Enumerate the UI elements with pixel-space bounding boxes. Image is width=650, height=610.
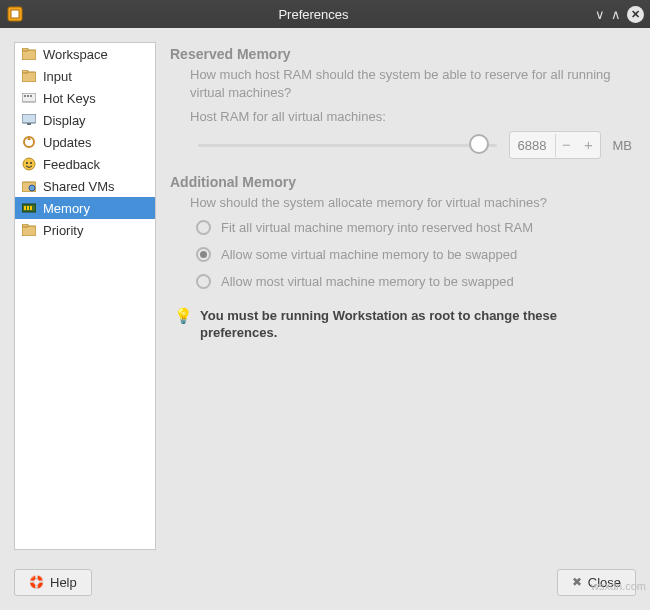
- svg-rect-19: [24, 206, 26, 210]
- svg-rect-6: [22, 93, 36, 102]
- svg-rect-1: [11, 10, 19, 18]
- svg-rect-11: [27, 123, 31, 125]
- additional-memory-desc: How should the system allocate memory fo…: [190, 194, 632, 212]
- radio-label: Allow most virtual machine memory to be …: [221, 274, 514, 289]
- radio-label: Fit all virtual machine memory into rese…: [221, 220, 533, 235]
- svg-point-13: [23, 158, 35, 170]
- svg-rect-3: [22, 48, 28, 51]
- help-button[interactable]: 🛟 Help: [14, 569, 92, 596]
- app-icon: [6, 5, 24, 23]
- slider-track-line: [198, 144, 497, 147]
- updates-icon: [21, 134, 37, 150]
- radio-allow-most-swap[interactable]: Allow most virtual machine memory to be …: [196, 274, 632, 289]
- host-ram-spinbox[interactable]: 6888 − +: [509, 131, 601, 159]
- help-button-label: Help: [50, 575, 77, 590]
- sidebar-item-label: Updates: [43, 135, 91, 150]
- svg-rect-8: [27, 95, 29, 97]
- svg-point-17: [29, 185, 35, 191]
- additional-memory-title: Additional Memory: [170, 174, 632, 190]
- sidebar-item-label: Feedback: [43, 157, 100, 172]
- monitor-icon: [21, 112, 37, 128]
- sidebar-item-memory[interactable]: Memory: [15, 197, 155, 219]
- radio-icon: [196, 220, 211, 235]
- folder-icon: [21, 68, 37, 84]
- feedback-icon: [21, 156, 37, 172]
- svg-rect-21: [30, 206, 32, 210]
- radio-icon: [196, 274, 211, 289]
- svg-rect-9: [30, 95, 32, 97]
- host-ram-row: 6888 − + MB: [198, 130, 632, 160]
- spin-up-button[interactable]: +: [578, 136, 600, 154]
- reserved-memory-title: Reserved Memory: [170, 46, 632, 62]
- sidebar-item-feedback[interactable]: Feedback: [15, 153, 155, 175]
- help-icon: 🛟: [29, 575, 44, 589]
- sidebar-item-workspace[interactable]: Workspace: [15, 43, 155, 65]
- sidebar-item-input[interactable]: Input: [15, 65, 155, 87]
- folder-icon: [21, 46, 37, 62]
- host-ram-unit: MB: [613, 138, 633, 153]
- close-x-icon: ✖: [572, 575, 582, 589]
- lightbulb-icon: 💡: [174, 307, 190, 342]
- body: Workspace Input Hot Keys Display Updates…: [0, 28, 650, 564]
- svg-rect-7: [24, 95, 26, 97]
- shared-icon: [21, 178, 37, 194]
- preferences-window: Preferences ∨ ∧ ✕ Workspace Input Hot Ke…: [0, 0, 650, 610]
- svg-point-14: [26, 162, 28, 164]
- sidebar-item-label: Priority: [43, 223, 83, 238]
- radio-fit-reserved[interactable]: Fit all virtual machine memory into rese…: [196, 220, 632, 235]
- priority-icon: [21, 222, 37, 238]
- sidebar-item-label: Input: [43, 69, 72, 84]
- sidebar-item-sharedvms[interactable]: Shared VMs: [15, 175, 155, 197]
- sidebar-item-label: Workspace: [43, 47, 108, 62]
- footer: 🛟 Help ✖ Close: [0, 564, 650, 610]
- radio-allow-some-swap[interactable]: Allow some virtual machine memory to be …: [196, 247, 632, 262]
- sidebar-item-label: Shared VMs: [43, 179, 115, 194]
- sidebar-item-hotkeys[interactable]: Hot Keys: [15, 87, 155, 109]
- svg-rect-20: [27, 206, 29, 210]
- sidebar-item-label: Memory: [43, 201, 90, 216]
- svg-rect-10: [22, 114, 36, 123]
- close-icon[interactable]: ✕: [627, 6, 644, 23]
- sidebar-item-updates[interactable]: Updates: [15, 131, 155, 153]
- sidebar: Workspace Input Hot Keys Display Updates…: [14, 42, 156, 550]
- sidebar-item-label: Hot Keys: [43, 91, 96, 106]
- host-ram-label: Host RAM for all virtual machines:: [190, 109, 632, 124]
- titlebar: Preferences ∨ ∧ ✕: [0, 0, 650, 28]
- slider-knob[interactable]: [469, 134, 489, 154]
- radio-label: Allow some virtual machine memory to be …: [221, 247, 517, 262]
- sidebar-item-label: Display: [43, 113, 86, 128]
- main-panel: Reserved Memory How much host RAM should…: [170, 42, 636, 550]
- watermark: wsxdn.com: [591, 580, 646, 592]
- sidebar-item-display[interactable]: Display: [15, 109, 155, 131]
- maximize-icon[interactable]: ∧: [611, 7, 621, 22]
- spin-down-button[interactable]: −: [556, 136, 578, 154]
- svg-point-15: [30, 162, 32, 164]
- host-ram-value[interactable]: 6888: [510, 134, 556, 157]
- root-note-text: You must be running Workstation as root …: [200, 307, 632, 342]
- memory-icon: [21, 200, 37, 216]
- root-note: 💡 You must be running Workstation as roo…: [174, 307, 632, 342]
- reserved-memory-desc: How much host RAM should the system be a…: [190, 66, 632, 101]
- window-controls: ∨ ∧ ✕: [595, 6, 644, 23]
- svg-rect-23: [22, 224, 28, 227]
- svg-rect-5: [22, 70, 28, 73]
- radio-icon: [196, 247, 211, 262]
- keyboard-icon: [21, 90, 37, 106]
- minimize-icon[interactable]: ∨: [595, 7, 605, 22]
- host-ram-slider[interactable]: [198, 130, 497, 160]
- window-title: Preferences: [32, 7, 595, 22]
- sidebar-item-priority[interactable]: Priority: [15, 219, 155, 241]
